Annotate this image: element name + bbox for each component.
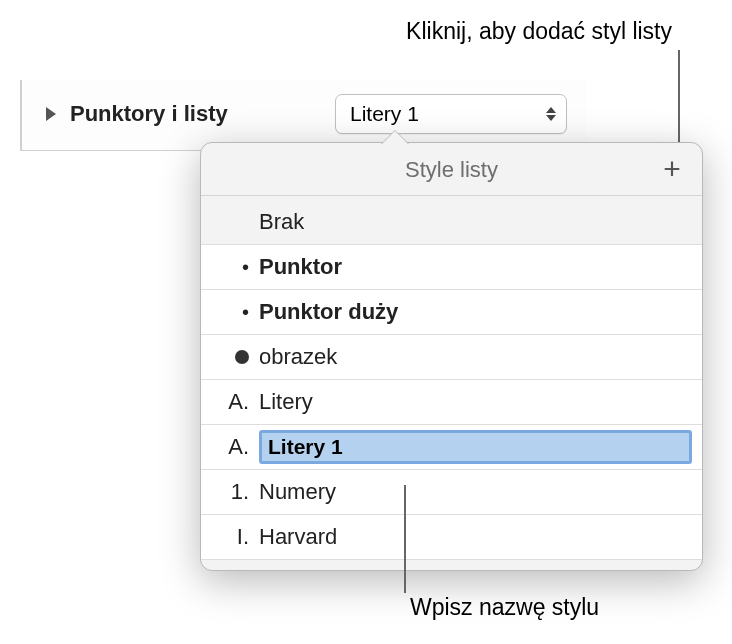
list-style-item[interactable]: A.Litery bbox=[201, 380, 702, 425]
style-name-input[interactable]: Litery 1 bbox=[259, 430, 692, 464]
list-style-item[interactable]: 1.Numery bbox=[201, 470, 702, 515]
list-style-item[interactable]: Punktor bbox=[201, 245, 702, 290]
callout-line-bottom bbox=[404, 485, 406, 593]
popover-title-text: Style listy bbox=[405, 157, 498, 182]
list-marker-icon: A. bbox=[225, 434, 259, 460]
list-marker-icon: I. bbox=[225, 524, 259, 550]
list-marker-icon: 1. bbox=[225, 479, 259, 505]
style-label: obrazek bbox=[259, 344, 686, 370]
style-label: Brak bbox=[259, 209, 686, 235]
list-marker-icon: A. bbox=[225, 389, 259, 415]
style-label: Numery bbox=[259, 479, 686, 505]
list-style-item[interactable]: Punktor duży bbox=[201, 290, 702, 335]
style-label: Punktor bbox=[259, 254, 686, 280]
callout-type-name: Wpisz nazwę stylu bbox=[410, 594, 599, 621]
style-label: Punktor duży bbox=[259, 299, 686, 325]
plus-icon: + bbox=[663, 152, 681, 186]
list-style-dropdown[interactable]: Litery 1 bbox=[335, 94, 567, 134]
list-marker-icon bbox=[225, 257, 259, 277]
list-style-item[interactable]: obrazek bbox=[201, 335, 702, 380]
list-marker-icon bbox=[225, 302, 259, 322]
list-styles-popover: Style listy + BrakPunktorPunktor dużyobr… bbox=[200, 142, 703, 571]
list-style-item[interactable]: Brak bbox=[201, 200, 702, 245]
list-style-item[interactable]: A.Litery 1 bbox=[201, 425, 702, 470]
section-title: Punktory i listy bbox=[70, 101, 321, 127]
list-marker-icon bbox=[225, 350, 259, 364]
style-label: Litery bbox=[259, 389, 686, 415]
disclosure-triangle-icon[interactable] bbox=[46, 107, 56, 121]
style-label: Harvard bbox=[259, 524, 686, 550]
add-style-button[interactable]: + bbox=[656, 153, 688, 185]
selected-style-label: Litery 1 bbox=[350, 102, 419, 126]
chevron-up-down-icon bbox=[546, 107, 556, 121]
popover-title: Style listy + bbox=[201, 143, 702, 196]
bullets-lists-header: Punktory i listy Litery 1 bbox=[22, 80, 587, 148]
callout-add-style: Kliknij, aby dodać styl listy bbox=[406, 18, 672, 45]
style-list: BrakPunktorPunktor dużyobrazekA.LiteryA.… bbox=[201, 196, 702, 570]
format-panel: Punktory i listy Litery 1 bbox=[20, 80, 587, 151]
list-style-item[interactable]: I.Harvard bbox=[201, 515, 702, 560]
